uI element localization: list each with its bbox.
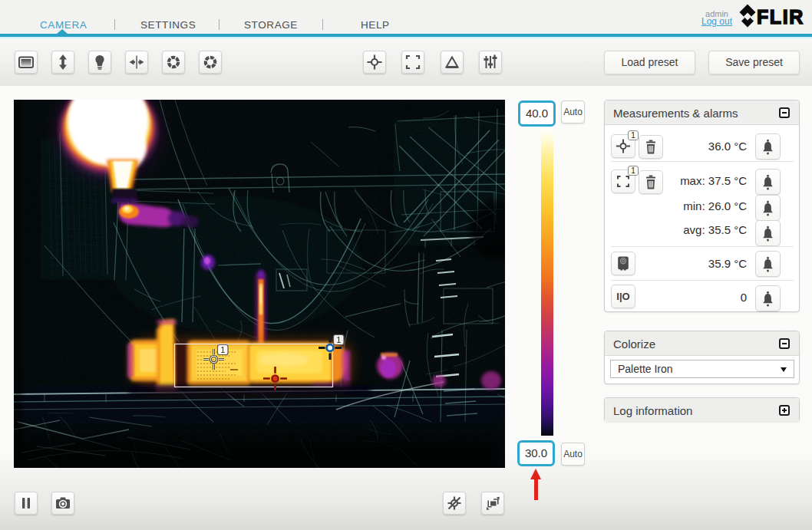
svg-text:1: 1 [220,345,225,354]
svg-text:FLIR: FLIR [757,6,804,28]
svg-text:1: 1 [336,335,341,344]
